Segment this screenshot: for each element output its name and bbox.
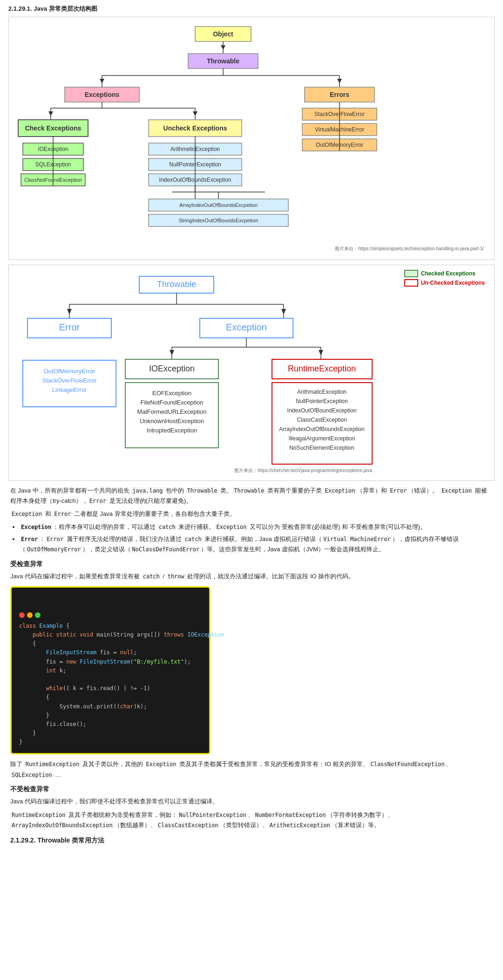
unchecked-examples: RuntimeException 及其子类都统称为非受检查异常，例如：NullP… — [10, 810, 493, 830]
legend-unchecked-label: Un-Checked Exceptions — [421, 280, 485, 286]
traffic-lights — [19, 612, 202, 618]
svg-marker-9 — [100, 79, 104, 83]
svg-text:IOException: IOException — [149, 364, 195, 373]
legend-checked: Checked Exceptions — [404, 270, 485, 277]
svg-text:ClassCastException: ClassCastException — [297, 417, 347, 423]
svg-text:Throwable: Throwable — [207, 57, 239, 65]
checked-desc: Java 代码在编译过程中，如果受检查异常没有被 catch / throw 处… — [10, 571, 493, 582]
diagram1-svg: Object Throwable Exceptions Errors — [14, 22, 489, 255]
svg-text:Exceptions: Exceptions — [85, 91, 120, 98]
code-block: class Example { public static void main(… — [10, 586, 211, 754]
legend-unchecked: Un-Checked Exceptions — [404, 279, 485, 287]
svg-text:FileNotFoundException: FileNotFoundException — [140, 399, 203, 406]
svg-marker-27 — [48, 111, 53, 116]
svg-text:LinkageError: LinkageError — [52, 386, 87, 393]
svg-text:Uncheck Exceptions: Uncheck Exceptions — [163, 124, 227, 132]
svg-text:ArrayIndexOutOfBoundsException: ArrayIndexOutOfBoundsException — [279, 426, 364, 432]
svg-text:StackOverFlowError: StackOverFlowError — [42, 377, 97, 384]
svg-text:图片来自：https://chercher.tech/jav: 图片来自：https://chercher.tech/java-programm… — [234, 468, 372, 473]
svg-text:IlleagalArgumentException: IlleagalArgumentException — [289, 435, 355, 442]
diagram1: Object Throwable Exceptions Errors — [8, 17, 495, 260]
svg-text:Errors: Errors — [330, 91, 349, 98]
svg-text:图片来自：https://simplesnippets.te: 图片来自：https://simplesnippets.tech/excepti… — [335, 246, 484, 251]
svg-text:Check Exceptions: Check Exceptions — [25, 124, 82, 132]
svg-text:EOFException: EOFException — [152, 390, 191, 397]
svg-text:IndexOutOfBoundException: IndexOutOfBoundException — [287, 407, 357, 414]
tl-yellow — [27, 612, 33, 618]
svg-text:Error: Error — [59, 322, 80, 332]
checked-section-title: 受检查异常 — [10, 559, 493, 570]
svg-text:OutOfMemoryError: OutOfMemoryError — [44, 368, 95, 375]
legend-checked-label: Checked Exceptions — [421, 270, 476, 277]
tl-red — [19, 612, 25, 618]
legend-checked-box — [404, 270, 418, 277]
svg-marker-65 — [281, 309, 286, 315]
svg-marker-3 — [221, 45, 225, 50]
svg-text:StringIndexOutOfBoundsExcpetio: StringIndexOutOfBoundsExcpetion — [179, 218, 258, 223]
svg-marker-75 — [319, 350, 323, 356]
svg-marker-73 — [170, 350, 174, 356]
svg-text:Exception: Exception — [226, 322, 267, 332]
intro-paragraph: 在 Java 中，所有的异常都有一个共同的祖先 java.lang 包中的 Th… — [10, 486, 493, 506]
svg-text:UnknownHostException: UnknownHostException — [140, 418, 204, 425]
section2-title: 2.1.29.2. Throwable 类常用方法 — [10, 835, 493, 846]
svg-text:ArithmaticException: ArithmaticException — [297, 389, 347, 395]
svg-marker-63 — [67, 309, 72, 315]
diagram2: Checked Exceptions Un-Checked Exceptions… — [8, 265, 495, 481]
content-area: 在 Java 中，所有的异常都有一个共同的祖先 java.lang 包中的 Th… — [8, 486, 495, 846]
svg-text:Object: Object — [213, 30, 233, 38]
svg-text:ArrayIndexOutOfBoundsExcpetion: ArrayIndexOutOfBoundsExcpetion — [179, 202, 258, 208]
diagram2-legend: Checked Exceptions Un-Checked Exceptions — [404, 270, 485, 288]
diagram2-svg: Throwable Error Exception IOException — [14, 272, 377, 477]
svg-text:Throwable: Throwable — [157, 280, 196, 289]
svg-marker-29 — [193, 111, 197, 116]
after-checked-text: 除了 RuntimeException 及其子类以外，其他的 Exception… — [10, 759, 493, 780]
svg-text:IntruptedException: IntruptedException — [147, 427, 197, 434]
unchecked-section-title: 不受检查异常 — [10, 784, 493, 795]
unchecked-desc: Java 代码在编译过程中，我们即使不处理不受检查异常也可以正常通过编译。 — [10, 796, 493, 807]
bullet-list: Exception：程序本身可以处理的异常，可以通过 catch 来进行捕获。E… — [10, 522, 493, 555]
svg-text:MalFormedURLException: MalFormedURLException — [137, 408, 207, 415]
bullet-exception: Exception：程序本身可以处理的异常，可以通过 catch 来进行捕获。E… — [20, 522, 493, 532]
svg-text:RuntimeException: RuntimeException — [288, 364, 356, 373]
svg-text:NoSuchElementException: NoSuchElementException — [289, 445, 354, 451]
bullet-error: Error：Error 属于程序无法处理的错误，我们没办法通过 catch 来进… — [20, 534, 493, 555]
exception-error-paragraph: Exception 和 Error 二者都是 Java 异常处理的重要子类，各自… — [10, 509, 493, 519]
svg-marker-11 — [337, 79, 342, 83]
section1-title: 2.1.29.1. Java 异常类层次结构图 — [8, 5, 495, 13]
svg-text:NullPointerException: NullPointerException — [296, 398, 347, 404]
tl-green — [35, 612, 41, 618]
legend-unchecked-box — [404, 279, 418, 287]
